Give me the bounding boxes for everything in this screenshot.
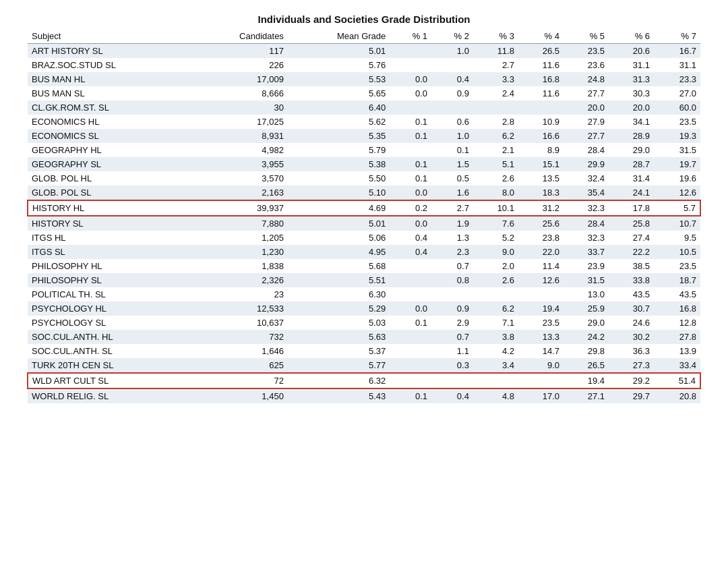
cell-p2 [431,100,473,115]
cell-p5: 13.0 [564,287,609,301]
cell-p7: 19.6 [654,171,700,185]
cell-mean: 5.51 [288,273,390,287]
cell-p6: 30.2 [609,330,654,344]
cell-p5: 33.7 [564,245,609,259]
cell-p7: 9.5 [654,231,700,245]
table-row: GEOGRAPHY HL4,9825.790.12.18.928.429.031… [28,143,700,157]
cell-p4: 19.4 [518,301,564,316]
col-header---7: % 7 [654,29,700,44]
cell-mean: 5.01 [288,216,390,231]
main-container: Individuals and Societies Grade Distribu… [13,7,715,410]
cell-p6: 29.0 [609,143,654,157]
cell-p7: 20.8 [654,388,700,403]
cell-candidates: 2,326 [193,273,288,287]
cell-p5: 32.3 [564,231,609,245]
table-row: HISTORY SL7,8805.010.01.97.625.628.425.8… [28,216,700,231]
cell-p6: 27.3 [609,358,654,373]
cell-subject: GLOB. POL SL [28,185,193,200]
cell-p1: 0.0 [390,86,431,100]
cell-p3: 2.1 [473,143,518,157]
cell-p7: 10.7 [654,216,700,231]
cell-p5: 28.4 [564,143,609,157]
cell-candidates: 1,838 [193,259,288,273]
cell-candidates: 12,533 [193,301,288,316]
cell-mean: 5.76 [288,58,390,72]
cell-p1: 0.0 [390,216,431,231]
cell-p2: 0.4 [431,388,473,403]
cell-p5: 23.9 [564,259,609,273]
cell-candidates: 17,025 [193,115,288,129]
col-header---2: % 2 [431,29,473,44]
cell-p2: 0.4 [431,72,473,86]
table-row: BRAZ.SOC.STUD SL2265.762.711.623.631.131… [28,58,700,72]
cell-subject: GEOGRAPHY HL [28,143,193,157]
cell-mean: 5.35 [288,129,390,143]
cell-p1: 0.1 [390,316,431,330]
cell-subject: PHILOSOPHY HL [28,259,193,273]
cell-p4: 13.3 [518,330,564,344]
cell-p5: 27.9 [564,115,609,129]
table-row: SOC.CUL.ANTH. SL1,6465.371.14.214.729.83… [28,344,700,358]
cell-p1 [390,100,431,115]
cell-mean: 5.68 [288,259,390,273]
cell-p1: 0.1 [390,157,431,171]
cell-p5: 27.7 [564,86,609,100]
cell-p4: 11.4 [518,259,564,273]
cell-p7: 18.7 [654,273,700,287]
cell-p4: 23.8 [518,231,564,245]
cell-p3: 7.1 [473,316,518,330]
cell-p2: 0.7 [431,330,473,344]
cell-p3 [473,373,518,388]
cell-p1: 0.0 [390,185,431,200]
cell-p1 [390,259,431,273]
cell-mean: 5.43 [288,388,390,403]
cell-p7: 16.8 [654,301,700,316]
cell-p6: 27.4 [609,231,654,245]
cell-p1: 0.1 [390,388,431,403]
cell-p2: 1.1 [431,344,473,358]
cell-p1 [390,330,431,344]
cell-p5: 24.8 [564,72,609,86]
cell-p2 [431,287,473,301]
cell-p7: 16.7 [654,44,700,59]
cell-p3: 4.8 [473,388,518,403]
cell-subject: WLD ART CULT SL [28,373,193,388]
cell-candidates: 17,009 [193,72,288,86]
table-row: BUS MAN HL17,0095.530.00.43.316.824.831.… [28,72,700,86]
cell-mean: 5.62 [288,115,390,129]
cell-p2: 0.1 [431,143,473,157]
cell-p3: 2.8 [473,115,518,129]
cell-p6: 20.6 [609,44,654,59]
cell-p2: 1.6 [431,185,473,200]
cell-subject: CL.GK.ROM.ST. SL [28,100,193,115]
cell-p5: 29.9 [564,157,609,171]
cell-p4: 15.1 [518,157,564,171]
cell-p1 [390,373,431,388]
grade-distribution-table: SubjectCandidatesMean Grade% 1% 2% 3% 4%… [27,29,701,403]
cell-p5: 27.7 [564,129,609,143]
cell-candidates: 10,637 [193,316,288,330]
cell-p3 [473,100,518,115]
table-row: PSYCHOLOGY HL12,5335.290.00.96.219.425.9… [28,301,700,316]
cell-p6: 30.7 [609,301,654,316]
cell-p6: 25.8 [609,216,654,231]
cell-p6: 24.1 [609,185,654,200]
cell-p6: 30.3 [609,86,654,100]
cell-mean: 5.10 [288,185,390,200]
table-header-row: SubjectCandidatesMean Grade% 1% 2% 3% 4%… [28,29,700,44]
cell-p3 [473,287,518,301]
cell-p7: 5.7 [654,200,700,216]
cell-mean: 5.06 [288,231,390,245]
col-header-candidates: Candidates [193,29,288,44]
cell-p3: 9.0 [473,245,518,259]
cell-p2: 0.3 [431,358,473,373]
cell-p7: 33.4 [654,358,700,373]
cell-p2: 0.9 [431,301,473,316]
cell-p2: 1.9 [431,216,473,231]
table-row: ECONOMICS HL17,0255.620.10.62.810.927.93… [28,115,700,129]
cell-p3: 3.4 [473,358,518,373]
cell-p1 [390,44,431,59]
cell-p3: 10.1 [473,200,518,216]
cell-p2 [431,58,473,72]
cell-p6: 31.4 [609,171,654,185]
